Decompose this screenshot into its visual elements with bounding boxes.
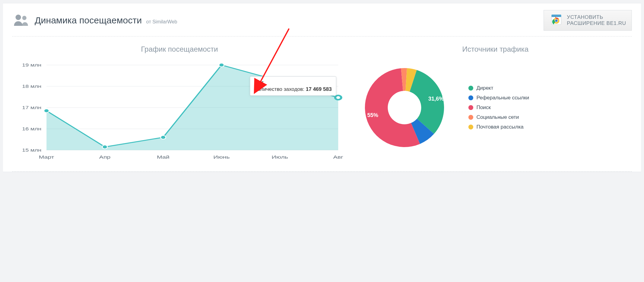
svg-point-23 [335,95,341,100]
content-row: График посещаемости 15 млн16 млн17 млн18… [3,36,641,171]
svg-text:15 млн: 15 млн [22,148,41,153]
legend-swatch-icon [468,86,473,91]
install-extension-banner[interactable]: УСТАНОВИТЬ РАСШИРЕНИЕ BE1.RU [544,10,632,31]
svg-text:Май: Май [157,154,169,160]
legend-swatch-icon [468,125,473,129]
svg-text:Июнь: Июнь [213,154,230,160]
legend-label: Реферальные ссылки [476,95,529,101]
svg-text:16 млн: 16 млн [22,127,41,132]
donut-wrap: 31,6%55% ДиректРеферальные ссылкиПоискСо… [359,62,632,153]
visitors-icon [12,14,29,27]
svg-text:Март: Март [39,154,54,160]
legend-label: Социальные сети [476,114,519,120]
banner-text: УСТАНОВИТЬ РАСШИРЕНИЕ BE1.RU [567,14,626,26]
legend-item[interactable]: Поиск [468,105,529,111]
traffic-sources-column: Источники трафика 31,6%55% ДиректРеферал… [359,40,632,162]
svg-text:19 млн: 19 млн [22,63,41,68]
traffic-legend: ДиректРеферальные ссылкиПоискСоциальные … [468,85,529,130]
chart-tooltip: Авг Количество заходов: 17 469 583 [250,76,336,96]
panel-title: Динамика посещаемости от SimilarWeb [35,15,177,26]
svg-rect-3 [551,15,561,17]
svg-text:Июль: Июль [272,154,288,160]
tooltip-month: Авг [254,80,332,86]
analytics-panel: Динамика посещаемости от SimilarWeb УСТА… [3,3,641,172]
tooltip-value: 17 469 583 [306,86,332,92]
legend-swatch-icon [468,115,473,120]
traffic-sources-title: Источники трафика [359,45,632,53]
divider-bottom [12,171,632,172]
tooltip-label: Количество заходов: [254,86,304,92]
legend-swatch-icon [468,105,473,110]
svg-text:18 млн: 18 млн [22,84,41,89]
title-wrap: Динамика посещаемости от SimilarWeb [12,14,177,27]
chrome-store-icon [549,13,563,28]
svg-text:55%: 55% [367,112,378,118]
legend-item[interactable]: Социальные сети [468,114,529,120]
svg-text:Апр: Апр [99,154,110,160]
legend-item[interactable]: Почтовая рассылка [468,124,529,130]
legend-label: Директ [476,85,493,91]
visits-chart-column: График посещаемости 15 млн16 млн17 млн18… [12,40,347,162]
legend-item[interactable]: Реферальные ссылки [468,95,529,101]
legend-item[interactable]: Директ [468,85,529,91]
svg-point-1 [22,16,26,20]
svg-text:17 млн: 17 млн [22,105,41,110]
svg-point-19 [102,145,107,149]
traffic-donut-chart[interactable]: 31,6%55% [359,62,450,153]
svg-point-18 [44,109,49,113]
legend-label: Почтовая рассылка [476,124,523,130]
panel-subtitle: от SimilarWeb [146,19,177,24]
svg-point-21 [219,63,224,67]
svg-point-20 [161,136,166,139]
svg-point-6 [555,19,558,22]
visits-chart-title: График посещаемости [12,45,347,53]
panel-header: Динамика посещаемости от SimilarWeb УСТА… [3,3,641,36]
legend-swatch-icon [468,95,473,100]
visits-chart[interactable]: 15 млн16 млн17 млн18 млн19 млнМартАпрМай… [12,62,347,162]
svg-text:31,6%: 31,6% [429,96,444,102]
svg-point-0 [16,15,21,20]
legend-label: Поиск [476,105,491,111]
svg-text:Авг: Авг [333,154,343,160]
